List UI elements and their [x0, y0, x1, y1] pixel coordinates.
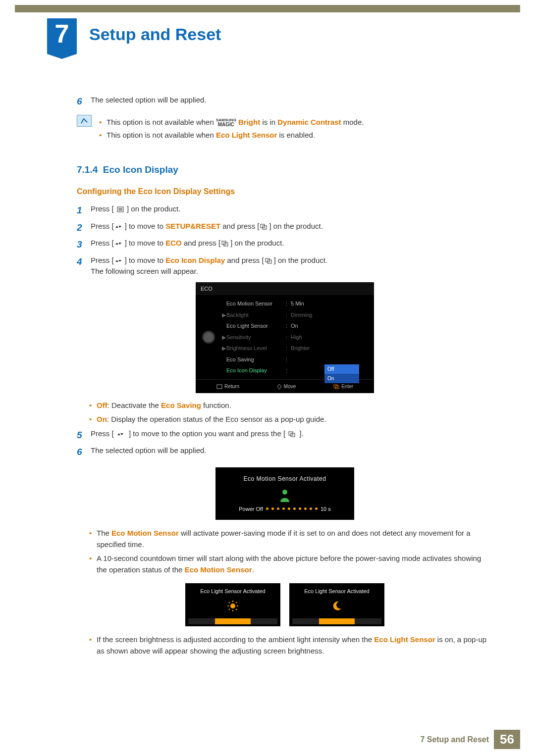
page-footer: 7 Setup and Reset 56: [420, 730, 520, 749]
svg-line-23: [236, 602, 237, 603]
step-text: Press [] to move to ECO and press [] on …: [91, 238, 493, 252]
osd-row: Eco Motion Sensor:5 Min: [221, 298, 374, 309]
osd-row: ▶Backlight:Dimming: [221, 309, 374, 321]
enter-icon: [260, 224, 268, 230]
option-off: Off: Deactivate the Eco Saving function.: [97, 400, 493, 411]
svg-rect-10: [217, 385, 222, 389]
step-number: 4: [77, 255, 91, 277]
updown-icon: [115, 224, 124, 230]
svg-line-21: [229, 602, 230, 603]
step-6-top: 6 The selected option will be applied.: [77, 95, 493, 109]
menu-icon: [117, 206, 124, 212]
countdown-dot: [304, 507, 307, 510]
svg-line-22: [236, 609, 237, 610]
updown-icon: [115, 241, 124, 247]
osd-row: Eco Light Sensor:On: [221, 320, 374, 332]
enter-icon: [288, 431, 296, 437]
note-item: This option is not available when Eco Li…: [107, 130, 364, 141]
note-item: This option is not available when SAMSUN…: [107, 117, 364, 128]
sun-icon: [188, 601, 277, 614]
svg-point-15: [282, 490, 287, 495]
countdown-dot: [277, 507, 279, 510]
osd-eco-icon: [202, 331, 215, 344]
eco-motion-popup: Eco Motion Sensor Activated Power Off 10…: [215, 467, 354, 520]
note-icon: [77, 115, 92, 127]
step-2: 2Press [] to move to SETUP&RESET and pre…: [77, 221, 493, 235]
osd-eco-menu: ECO Off On Eco Motion Sensor:5 Min▶Backl…: [196, 282, 374, 393]
countdown-dot: [299, 507, 301, 510]
countdown-dot: [310, 507, 312, 510]
step-number: 2: [77, 221, 91, 235]
step-number: 6: [77, 95, 91, 109]
light-note: If the screen brightness is adjusted acc…: [97, 634, 493, 656]
step-1: 1Press [ ] on the product.: [77, 203, 493, 218]
countdown-dot: [271, 507, 274, 510]
step-6: 6 The selected option will be applied.: [77, 445, 493, 459]
popup-poweroff-label: Power Off: [239, 505, 263, 513]
osd-popup-on: On: [324, 374, 359, 383]
countdown-dot: [282, 507, 285, 510]
light-popup-title: Eco Light Sensor Activated: [188, 587, 277, 596]
section-heading-714: 7.1.4 Eco Icon Display: [77, 163, 493, 177]
osd-row: Eco Saving:: [221, 354, 374, 365]
step-text: The selected option will be applied.: [91, 445, 493, 459]
osd-title: ECO: [196, 282, 374, 296]
moon-icon: [292, 601, 381, 614]
osd-footer-return: Return: [224, 384, 239, 389]
osd-dropdown-popup: Off On: [324, 364, 359, 383]
light-note-list: If the screen brightness is adjusted acc…: [97, 634, 493, 656]
step-number: 1: [77, 203, 91, 218]
countdown-dot: [315, 507, 318, 510]
brightness-bar: [292, 618, 381, 624]
motion-note-1: The Eco Motion Sensor will activate powe…: [97, 528, 493, 550]
popup-timer-label: 10 s: [321, 505, 331, 513]
option-on: On: Display the operation status of the …: [97, 414, 493, 425]
step-text: The selected option will be applied.: [91, 95, 493, 109]
enter-icon: [221, 241, 229, 247]
person-icon: [279, 489, 290, 500]
step-number: 5: [77, 428, 91, 443]
top-decorative-bar: [15, 5, 520, 12]
step-text: Press [] to move to SETUP&RESET and pres…: [91, 221, 493, 235]
footer-category: 7 Setup and Reset: [420, 735, 489, 744]
brightness-bar: [188, 618, 277, 624]
popup-title: Eco Motion Sensor Activated: [220, 474, 349, 483]
enter-icon: [265, 258, 273, 264]
motion-note-2: A 10-second countdown timer will start a…: [97, 553, 493, 575]
updown-icon: [115, 258, 124, 264]
osd-row: ▶Sensitivity:High: [221, 332, 374, 343]
countdown-dot: [266, 507, 268, 510]
step-number: 6: [77, 445, 91, 459]
countdown-dot: [288, 507, 290, 510]
step-3: 3Press [] to move to ECO and press [] on…: [77, 238, 493, 252]
osd-footer-enter: Enter: [341, 384, 353, 389]
step-text: Press [ ] on the product.: [91, 203, 493, 218]
osd-row: ▶Brightness Level:Brighter: [221, 343, 374, 354]
off-on-list: Off: Deactivate the Eco Saving function.…: [97, 400, 493, 425]
footer-page-number: 56: [494, 730, 520, 749]
eco-light-popup-night: Eco Light Sensor Activated: [289, 583, 384, 626]
motion-notes: The Eco Motion Sensor will activate powe…: [97, 528, 493, 575]
samsung-magic-bot: MAGIC: [218, 122, 234, 127]
note-box: This option is not available when SAMSUN…: [77, 115, 493, 143]
svg-line-24: [229, 609, 230, 610]
chapter-title: Setup and Reset: [89, 25, 221, 44]
magic-bright-label: Bright: [238, 118, 260, 126]
updown-icon: [117, 431, 126, 437]
step-number: 3: [77, 238, 91, 252]
countdown-dot: [293, 507, 296, 510]
osd-popup-off: Off: [324, 364, 359, 374]
svg-point-16: [230, 604, 235, 608]
subheading-config: Configuring the Eco Icon Display Setting…: [77, 186, 493, 198]
step-5: 5 Press [ ] to move to the option you wa…: [77, 428, 493, 443]
chapter-number-badge: 7: [47, 18, 77, 54]
step-4: 4Press [] to move to Eco Icon Display an…: [77, 255, 493, 277]
osd-footer-move: Move: [284, 384, 296, 389]
eco-light-popup-day: Eco Light Sensor Activated: [185, 583, 280, 626]
light-popup-title: Eco Light Sensor Activated: [292, 587, 381, 596]
step-text: Press [] to move to Eco Icon Display and…: [91, 255, 493, 277]
